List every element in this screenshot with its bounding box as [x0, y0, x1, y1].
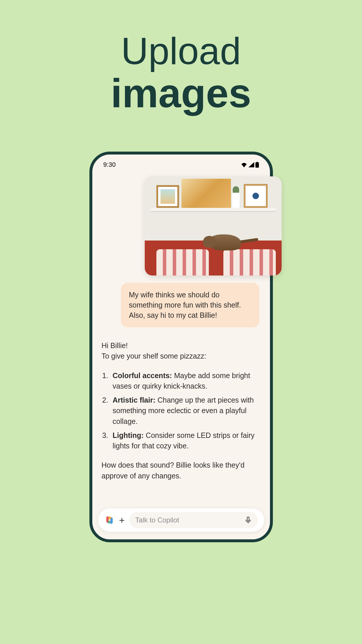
headline-line-2: images: [111, 73, 251, 114]
battery-icon: [255, 162, 259, 168]
list-item: Colorful accents: Maybe add some bright …: [110, 370, 261, 392]
ai-followup: How does that sound? Billie looks like t…: [102, 460, 261, 481]
add-attachment-button[interactable]: +: [119, 515, 125, 525]
status-time: 9:30: [103, 161, 116, 169]
ai-suggestion-list: Colorful accents: Maybe add some bright …: [102, 370, 261, 451]
chat-input[interactable]: Talk to Copilot: [129, 512, 257, 528]
ai-response: Hi Billie! To give your shelf some pizza…: [100, 340, 262, 481]
ai-greeting: Hi Billie!: [102, 340, 261, 351]
user-message-bubble[interactable]: My wife thinks we should do something mo…: [121, 283, 259, 327]
status-icons: [241, 162, 259, 168]
svg-rect-1: [257, 162, 258, 163]
wifi-icon: [241, 162, 247, 167]
svg-rect-2: [247, 517, 249, 521]
microphone-icon[interactable]: [244, 516, 252, 524]
svg-rect-0: [255, 162, 259, 168]
uploaded-image[interactable]: [145, 176, 282, 276]
signal-icon: [248, 162, 254, 167]
promo-headline: Upload images: [111, 32, 251, 114]
phone-frame: 9:30 My wife thinks we should do somethi…: [89, 152, 273, 542]
list-item: Lighting: Consider some LED strips or fa…: [110, 430, 261, 451]
input-bar: + Talk to Copilot: [98, 508, 264, 532]
copilot-logo-icon[interactable]: [105, 515, 114, 525]
chat-area: My wife thinks we should do something mo…: [100, 283, 262, 504]
list-item: Artistic flair: Change up the art pieces…: [110, 395, 261, 427]
input-placeholder: Talk to Copilot: [135, 516, 179, 524]
status-bar: 9:30: [92, 155, 270, 169]
cat-billie: [203, 224, 250, 250]
headline-line-1: Upload: [111, 32, 251, 70]
ai-intro: To give your shelf some pizzazz:: [102, 351, 261, 361]
